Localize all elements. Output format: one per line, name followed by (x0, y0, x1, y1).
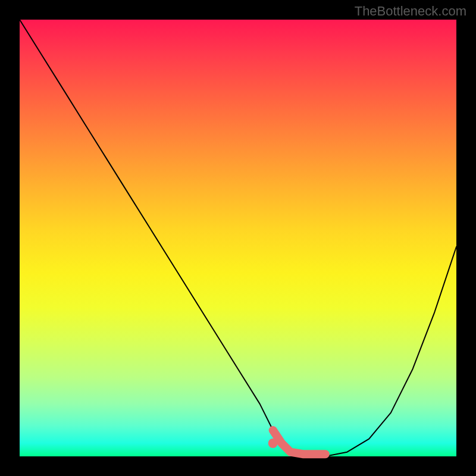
optimal-zone-start-dot (268, 439, 278, 448)
chart-svg (20, 20, 456, 456)
optimal-zone-highlight (273, 430, 325, 454)
attribution-text: TheBottleneck.com (355, 4, 466, 19)
bottleneck-curve-line (20, 20, 456, 456)
chart-plot-area (20, 20, 456, 456)
